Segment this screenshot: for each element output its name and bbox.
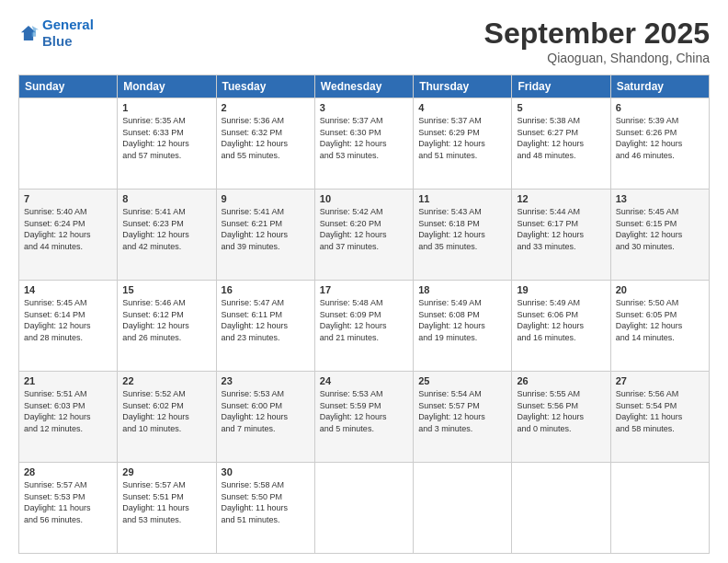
logo: General Blue bbox=[18, 17, 94, 50]
day-info: Sunrise: 5:51 AM Sunset: 6:03 PM Dayligh… bbox=[24, 388, 112, 434]
calendar-cell: 11Sunrise: 5:43 AM Sunset: 6:18 PM Dayli… bbox=[414, 190, 512, 281]
day-info: Sunrise: 5:46 AM Sunset: 6:12 PM Dayligh… bbox=[122, 297, 210, 343]
day-number: 12 bbox=[517, 193, 605, 204]
day-info: Sunrise: 5:57 AM Sunset: 5:53 PM Dayligh… bbox=[24, 479, 112, 525]
calendar-cell: 5Sunrise: 5:38 AM Sunset: 6:27 PM Daylig… bbox=[512, 98, 610, 190]
day-info: Sunrise: 5:49 AM Sunset: 6:06 PM Dayligh… bbox=[517, 297, 605, 343]
location-subtitle: Qiaoguan, Shandong, China bbox=[484, 51, 710, 65]
day-number: 6 bbox=[616, 102, 704, 113]
day-info: Sunrise: 5:41 AM Sunset: 6:21 PM Dayligh… bbox=[222, 206, 310, 252]
calendar-cell: 30Sunrise: 5:58 AM Sunset: 5:50 PM Dayli… bbox=[216, 463, 314, 554]
calendar-cell: 2Sunrise: 5:36 AM Sunset: 6:32 PM Daylig… bbox=[216, 98, 314, 190]
calendar-cell: 8Sunrise: 5:41 AM Sunset: 6:23 PM Daylig… bbox=[118, 190, 216, 281]
day-info: Sunrise: 5:52 AM Sunset: 6:02 PM Dayligh… bbox=[122, 388, 210, 434]
calendar-cell: 13Sunrise: 5:45 AM Sunset: 6:15 PM Dayli… bbox=[610, 190, 709, 281]
calendar-header-row: SundayMondayTuesdayWednesdayThursdayFrid… bbox=[19, 75, 710, 98]
day-info: Sunrise: 5:53 AM Sunset: 6:00 PM Dayligh… bbox=[222, 388, 310, 434]
logo-line1: General bbox=[42, 17, 94, 32]
calendar-cell: 26Sunrise: 5:55 AM Sunset: 5:56 PM Dayli… bbox=[512, 372, 610, 463]
page: General Blue September 2025 Qiaoguan, Sh… bbox=[0, 0, 728, 563]
title-block: September 2025 Qiaoguan, Shandong, China bbox=[484, 17, 710, 65]
day-number: 19 bbox=[517, 284, 605, 295]
header: General Blue September 2025 Qiaoguan, Sh… bbox=[18, 17, 710, 65]
calendar-cell: 14Sunrise: 5:45 AM Sunset: 6:14 PM Dayli… bbox=[19, 281, 118, 372]
day-number: 17 bbox=[320, 284, 408, 295]
day-number: 23 bbox=[222, 375, 310, 386]
day-info: Sunrise: 5:37 AM Sunset: 6:29 PM Dayligh… bbox=[418, 115, 506, 161]
calendar-cell: 28Sunrise: 5:57 AM Sunset: 5:53 PM Dayli… bbox=[19, 463, 118, 554]
calendar-cell: 20Sunrise: 5:50 AM Sunset: 6:05 PM Dayli… bbox=[610, 281, 709, 372]
day-info: Sunrise: 5:35 AM Sunset: 6:33 PM Dayligh… bbox=[122, 115, 210, 161]
day-number: 10 bbox=[320, 193, 408, 204]
calendar-cell: 12Sunrise: 5:44 AM Sunset: 6:17 PM Dayli… bbox=[512, 190, 610, 281]
day-info: Sunrise: 5:49 AM Sunset: 6:08 PM Dayligh… bbox=[418, 297, 506, 343]
calendar-cell: 27Sunrise: 5:56 AM Sunset: 5:54 PM Dayli… bbox=[610, 372, 709, 463]
calendar-cell: 7Sunrise: 5:40 AM Sunset: 6:24 PM Daylig… bbox=[19, 190, 118, 281]
day-info: Sunrise: 5:42 AM Sunset: 6:20 PM Dayligh… bbox=[320, 206, 408, 252]
day-info: Sunrise: 5:39 AM Sunset: 6:26 PM Dayligh… bbox=[616, 115, 704, 161]
day-info: Sunrise: 5:57 AM Sunset: 5:51 PM Dayligh… bbox=[122, 479, 210, 525]
calendar-cell: 9Sunrise: 5:41 AM Sunset: 6:21 PM Daylig… bbox=[216, 190, 314, 281]
day-info: Sunrise: 5:54 AM Sunset: 5:57 PM Dayligh… bbox=[418, 388, 506, 434]
day-info: Sunrise: 5:58 AM Sunset: 5:50 PM Dayligh… bbox=[222, 479, 310, 525]
month-title: September 2025 bbox=[484, 17, 710, 51]
day-number: 30 bbox=[222, 466, 310, 477]
calendar-cell: 16Sunrise: 5:47 AM Sunset: 6:11 PM Dayli… bbox=[216, 281, 314, 372]
day-info: Sunrise: 5:38 AM Sunset: 6:27 PM Dayligh… bbox=[517, 115, 605, 161]
day-number: 2 bbox=[222, 102, 310, 113]
day-info: Sunrise: 5:37 AM Sunset: 6:30 PM Dayligh… bbox=[320, 115, 408, 161]
day-number: 18 bbox=[418, 284, 506, 295]
calendar-week-row: 28Sunrise: 5:57 AM Sunset: 5:53 PM Dayli… bbox=[19, 463, 710, 554]
calendar-cell: 24Sunrise: 5:53 AM Sunset: 5:59 PM Dayli… bbox=[314, 372, 413, 463]
calendar-table: SundayMondayTuesdayWednesdayThursdayFrid… bbox=[18, 75, 710, 554]
day-info: Sunrise: 5:36 AM Sunset: 6:32 PM Dayligh… bbox=[222, 115, 310, 161]
day-info: Sunrise: 5:48 AM Sunset: 6:09 PM Dayligh… bbox=[320, 297, 408, 343]
calendar-week-row: 1Sunrise: 5:35 AM Sunset: 6:33 PM Daylig… bbox=[19, 98, 710, 190]
day-number: 26 bbox=[517, 375, 605, 386]
col-header-tuesday: Tuesday bbox=[216, 75, 314, 98]
day-number: 13 bbox=[616, 193, 704, 204]
day-number: 1 bbox=[122, 102, 210, 113]
day-info: Sunrise: 5:41 AM Sunset: 6:23 PM Dayligh… bbox=[122, 206, 210, 252]
calendar-week-row: 7Sunrise: 5:40 AM Sunset: 6:24 PM Daylig… bbox=[19, 190, 710, 281]
calendar-cell: 4Sunrise: 5:37 AM Sunset: 6:29 PM Daylig… bbox=[414, 98, 512, 190]
day-info: Sunrise: 5:50 AM Sunset: 6:05 PM Dayligh… bbox=[616, 297, 704, 343]
day-number: 29 bbox=[122, 466, 210, 477]
day-number: 20 bbox=[616, 284, 704, 295]
day-info: Sunrise: 5:45 AM Sunset: 6:15 PM Dayligh… bbox=[616, 206, 704, 252]
col-header-monday: Monday bbox=[118, 75, 216, 98]
calendar-cell: 18Sunrise: 5:49 AM Sunset: 6:08 PM Dayli… bbox=[414, 281, 512, 372]
logo-line2: Blue bbox=[42, 33, 73, 49]
calendar-cell: 3Sunrise: 5:37 AM Sunset: 6:30 PM Daylig… bbox=[314, 98, 413, 190]
day-number: 24 bbox=[320, 375, 408, 386]
day-number: 3 bbox=[320, 102, 408, 113]
col-header-sunday: Sunday bbox=[19, 75, 118, 98]
calendar-cell bbox=[414, 463, 512, 554]
day-number: 21 bbox=[24, 375, 112, 386]
day-number: 7 bbox=[24, 193, 112, 204]
day-number: 15 bbox=[122, 284, 210, 295]
calendar-cell: 25Sunrise: 5:54 AM Sunset: 5:57 PM Dayli… bbox=[414, 372, 512, 463]
calendar-cell: 19Sunrise: 5:49 AM Sunset: 6:06 PM Dayli… bbox=[512, 281, 610, 372]
day-info: Sunrise: 5:55 AM Sunset: 5:56 PM Dayligh… bbox=[517, 388, 605, 434]
day-number: 4 bbox=[418, 102, 506, 113]
day-number: 25 bbox=[418, 375, 506, 386]
logo-text: General Blue bbox=[42, 17, 94, 50]
day-info: Sunrise: 5:45 AM Sunset: 6:14 PM Dayligh… bbox=[24, 297, 112, 343]
calendar-week-row: 21Sunrise: 5:51 AM Sunset: 6:03 PM Dayli… bbox=[19, 372, 710, 463]
calendar-cell: 22Sunrise: 5:52 AM Sunset: 6:02 PM Dayli… bbox=[118, 372, 216, 463]
calendar-cell: 21Sunrise: 5:51 AM Sunset: 6:03 PM Dayli… bbox=[19, 372, 118, 463]
calendar-cell: 23Sunrise: 5:53 AM Sunset: 6:00 PM Dayli… bbox=[216, 372, 314, 463]
col-header-saturday: Saturday bbox=[610, 75, 709, 98]
day-info: Sunrise: 5:44 AM Sunset: 6:17 PM Dayligh… bbox=[517, 206, 605, 252]
day-number: 14 bbox=[24, 284, 112, 295]
calendar-cell bbox=[19, 98, 118, 190]
col-header-thursday: Thursday bbox=[414, 75, 512, 98]
day-number: 27 bbox=[616, 375, 704, 386]
day-info: Sunrise: 5:40 AM Sunset: 6:24 PM Dayligh… bbox=[24, 206, 112, 252]
calendar-week-row: 14Sunrise: 5:45 AM Sunset: 6:14 PM Dayli… bbox=[19, 281, 710, 372]
day-info: Sunrise: 5:53 AM Sunset: 5:59 PM Dayligh… bbox=[320, 388, 408, 434]
calendar-cell bbox=[512, 463, 610, 554]
calendar-cell: 15Sunrise: 5:46 AM Sunset: 6:12 PM Dayli… bbox=[118, 281, 216, 372]
day-number: 11 bbox=[418, 193, 506, 204]
